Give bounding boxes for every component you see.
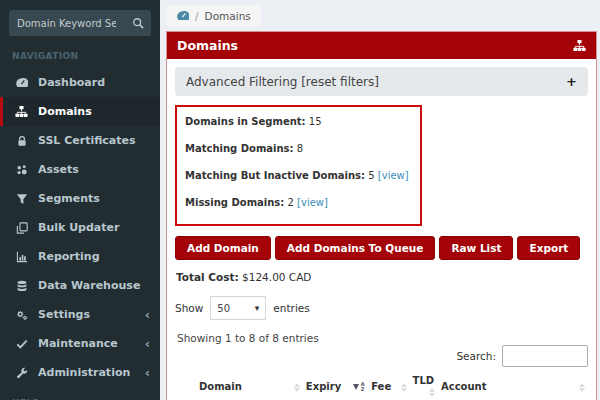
sidebar-item-segments[interactable]: Segments [0, 184, 160, 213]
sidebar-item-domains[interactable]: Domains [0, 97, 160, 126]
sidebar-item-ssl-certificates[interactable]: SSL Certificates [0, 126, 160, 155]
sidebar-item-label: Domains [38, 105, 92, 118]
show-entries-row: Show 50 ▾ entries [175, 296, 588, 320]
action-buttons: Add Domain Add Domains To Queue Raw List… [175, 236, 588, 260]
sitemap-icon [14, 105, 29, 118]
stat-value: 15 [309, 116, 322, 127]
sort-alpha-asc-icon: AZ [353, 382, 365, 392]
gears-icon [14, 309, 29, 321]
domain-keyword-search-input[interactable] [9, 10, 124, 36]
table-search-row: Search: [175, 345, 588, 367]
stat-label: Matching But Inactive Domains: [185, 170, 365, 181]
header-label: Account [441, 381, 486, 392]
chevron-left-icon: ‹ [145, 337, 150, 350]
database-icon [14, 280, 29, 292]
sidebar-item-dashboard[interactable]: Dashboard [0, 68, 160, 97]
advanced-filtering-toggle[interactable]: Advanced Filtering [reset filters] + [175, 67, 588, 96]
sidebar-item-settings[interactable]: Settings ‹ [0, 300, 160, 329]
sidebar-item-reporting[interactable]: Reporting [0, 242, 160, 271]
sidebar-item-maintenance[interactable]: Maintenance ‹ [0, 329, 160, 358]
bar-chart-icon [14, 251, 29, 263]
sidebar-item-label: Segments [38, 192, 100, 205]
header-tld[interactable]: TLD [410, 370, 438, 400]
main-content: / Domains Domains Advanced Filtering [re… [160, 0, 600, 400]
show-label: Show [175, 302, 203, 314]
domains-table: Domain Expiry AZ Fee [175, 370, 588, 400]
stat-label: Matching Domains: [185, 143, 294, 154]
stat-value: 8 [297, 143, 303, 154]
header-label: Domain [199, 381, 242, 392]
sidebar-item-assets[interactable]: Assets [0, 155, 160, 184]
chevron-left-icon: ‹ [145, 308, 150, 321]
app-root: NAVIGATION Dashboard Domains SSL Certifi… [0, 0, 600, 400]
panel-body: Advanced Filtering [reset filters] + Dom… [167, 59, 596, 400]
stat-matching-domains: Matching Domains: 8 [185, 143, 409, 154]
copy-icon [14, 222, 29, 234]
view-link[interactable]: [view] [378, 170, 409, 181]
sidebar-item-label: Administration [38, 366, 130, 379]
stat-domains-in-segment: Domains in Segment: 15 [185, 116, 409, 127]
stat-label: Missing Domains: [185, 197, 284, 208]
stat-value: 2 [288, 197, 294, 208]
header-expiry[interactable]: Expiry AZ [303, 370, 368, 400]
domains-panel: Domains Advanced Filtering [reset filter… [166, 31, 597, 400]
add-domain-button[interactable]: Add Domain [175, 236, 271, 260]
caret-down-icon: ▾ [255, 303, 260, 313]
sidebar-item-label: Assets [38, 163, 79, 176]
header-icon-column [175, 370, 196, 400]
stat-matching-inactive-domains: Matching But Inactive Domains: 5 [view] [185, 170, 409, 181]
sidebar-item-label: Settings [38, 308, 90, 321]
search-button[interactable] [124, 10, 151, 36]
sidebar-item-administration[interactable]: Administration ‹ [0, 358, 160, 387]
breadcrumb-current: Domains [205, 10, 251, 22]
stat-label: Domains in Segment: [185, 116, 306, 127]
header-domain[interactable]: Domain [196, 370, 303, 400]
sort-icon [401, 383, 407, 392]
search-icon [132, 17, 144, 29]
header-label: TLD [413, 375, 435, 386]
stat-value: 5 [368, 170, 374, 181]
raw-list-button[interactable]: Raw List [439, 236, 513, 260]
filter-icon [14, 193, 29, 205]
total-cost-value: $124.00 CAD [242, 271, 311, 283]
sort-icon [294, 383, 300, 392]
sidebar-item-data-warehouse[interactable]: Data Warehouse [0, 271, 160, 300]
sidebar-item-label: Bulk Updater [38, 221, 119, 234]
entries-label: entries [273, 302, 309, 314]
add-domains-to-queue-button[interactable]: Add Domains To Queue [275, 236, 436, 260]
view-link[interactable]: [view] [297, 197, 328, 208]
entries-per-page-value: 50 [217, 303, 230, 314]
header-label: Expiry [306, 381, 341, 392]
panel-title: Domains [177, 38, 238, 53]
sidebar-item-bulk-updater[interactable]: Bulk Updater [0, 213, 160, 242]
stat-missing-domains: Missing Domains: 2 [view] [185, 197, 409, 208]
sitemap-icon [573, 39, 586, 52]
total-cost-label: Total Cost: [176, 271, 239, 283]
assets-icon [14, 164, 29, 176]
expand-plus-icon[interactable]: + [566, 74, 577, 89]
sidebar-item-label: Dashboard [38, 76, 105, 89]
entries-per-page-select[interactable]: 50 ▾ [210, 296, 266, 320]
header-account[interactable]: Account [438, 370, 588, 400]
check-icon [14, 338, 29, 350]
sort-icon [579, 383, 585, 392]
chevron-left-icon: ‹ [145, 366, 150, 379]
table-search-input[interactable] [502, 345, 588, 367]
wrench-icon [14, 367, 29, 379]
segment-stats-box: Domains in Segment: 15 Matching Domains:… [175, 105, 422, 226]
help-section-label: HELP [0, 387, 160, 400]
nav-section-label: NAVIGATION [0, 40, 160, 68]
table-search-label: Search: [456, 350, 496, 362]
export-button[interactable]: Export [517, 236, 580, 260]
sidebar-item-label: Reporting [38, 250, 100, 263]
dashboard-home-icon[interactable] [176, 9, 189, 22]
total-cost: Total Cost: $124.00 CAD [176, 271, 588, 283]
sidebar: NAVIGATION Dashboard Domains SSL Certifi… [0, 0, 160, 400]
header-fee[interactable]: Fee [368, 370, 409, 400]
table-header-row: Domain Expiry AZ Fee [175, 370, 588, 400]
lock-icon [14, 135, 29, 147]
sidebar-item-label: Maintenance [38, 337, 118, 350]
sidebar-nav: Dashboard Domains SSL Certificates Asset… [0, 68, 160, 387]
dashboard-icon [14, 76, 29, 89]
sidebar-item-label: Data Warehouse [38, 279, 140, 292]
